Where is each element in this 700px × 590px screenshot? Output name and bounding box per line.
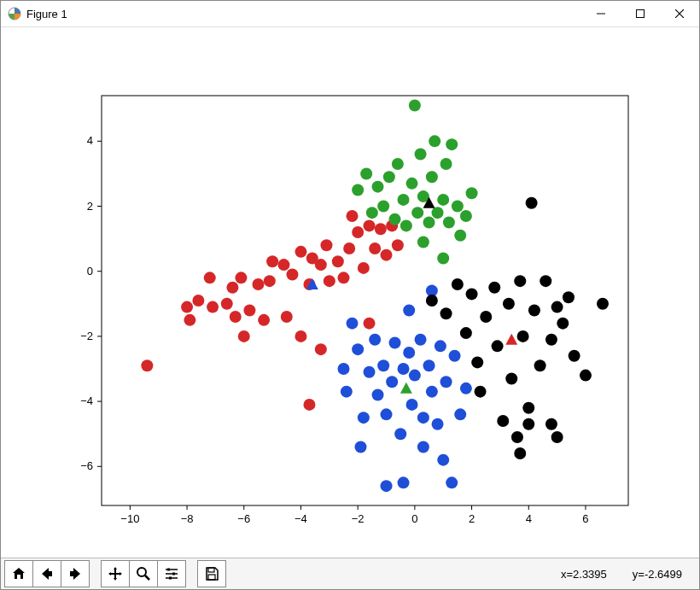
svg-point-102 — [460, 210, 472, 222]
svg-point-158 — [522, 402, 534, 414]
svg-point-74 — [392, 239, 404, 251]
svg-rect-182 — [208, 575, 215, 580]
svg-point-116 — [381, 408, 393, 420]
svg-point-93 — [426, 171, 438, 183]
svg-point-124 — [406, 399, 418, 411]
window-title: Figure 1 — [26, 8, 67, 20]
svg-rect-180 — [169, 577, 172, 580]
svg-point-61 — [324, 275, 335, 287]
svg-point-39 — [192, 295, 204, 307]
svg-point-83 — [389, 213, 401, 225]
svg-point-113 — [369, 334, 381, 346]
svg-point-38 — [184, 314, 195, 326]
svg-point-115 — [377, 359, 389, 371]
svg-point-96 — [437, 194, 449, 206]
titlebar: Figure 1 — [1, 1, 699, 27]
svg-point-54 — [286, 269, 298, 281]
svg-point-164 — [545, 418, 557, 430]
svg-point-112 — [364, 366, 376, 378]
svg-point-43 — [226, 282, 238, 294]
svg-point-139 — [403, 304, 415, 316]
svg-point-82 — [383, 171, 395, 183]
svg-point-141 — [426, 295, 438, 307]
svg-point-142 — [440, 307, 452, 319]
svg-point-98 — [443, 217, 455, 229]
svg-point-75 — [364, 318, 376, 330]
svg-point-165 — [545, 334, 557, 346]
svg-point-130 — [426, 386, 438, 398]
svg-point-92 — [423, 217, 435, 229]
svg-text:−6: −6 — [80, 459, 93, 472]
svg-point-55 — [295, 330, 306, 342]
svg-rect-178 — [172, 573, 175, 575]
svg-point-51 — [266, 255, 278, 267]
svg-text:−8: −8 — [181, 512, 194, 525]
svg-point-84 — [392, 158, 404, 170]
toolbar: x=2.3395 y=-2.6499 — [1, 558, 699, 589]
save-button[interactable] — [197, 560, 226, 587]
svg-point-40 — [204, 272, 216, 283]
svg-text:6: 6 — [582, 512, 588, 525]
svg-text:4: 4 — [526, 512, 532, 525]
svg-point-104 — [437, 252, 449, 264]
home-button[interactable] — [4, 560, 33, 587]
svg-text:−4: −4 — [295, 512, 307, 525]
svg-point-125 — [409, 370, 421, 382]
svg-point-134 — [440, 376, 452, 388]
app-icon — [8, 7, 21, 20]
minimize-button[interactable] — [581, 1, 621, 26]
svg-point-64 — [337, 272, 349, 283]
svg-text:2: 2 — [87, 200, 93, 213]
back-button[interactable] — [32, 560, 61, 587]
close-button[interactable] — [660, 1, 699, 26]
svg-point-49 — [258, 314, 270, 326]
svg-point-121 — [398, 363, 410, 375]
svg-point-94 — [429, 135, 440, 147]
svg-point-167 — [551, 431, 563, 443]
svg-point-107 — [337, 363, 349, 375]
forward-button[interactable] — [61, 560, 90, 587]
svg-point-152 — [503, 298, 515, 310]
svg-text:−4: −4 — [80, 394, 93, 407]
svg-line-174 — [145, 575, 149, 580]
scatter-plot: −10−8−6−4−20246−6−4−2024 — [1, 27, 699, 559]
svg-point-68 — [358, 262, 370, 274]
svg-point-60 — [320, 239, 332, 251]
svg-rect-2 — [637, 10, 645, 18]
svg-point-159 — [522, 418, 534, 430]
svg-point-144 — [460, 327, 472, 339]
svg-point-110 — [358, 412, 370, 424]
svg-text:0: 0 — [411, 512, 417, 525]
svg-point-166 — [551, 301, 563, 313]
maximize-button[interactable] — [621, 1, 660, 26]
plot-area[interactable]: −10−8−6−4−20246−6−4−2024 — [1, 27, 699, 558]
svg-point-117 — [381, 480, 393, 492]
svg-point-71 — [375, 223, 387, 235]
svg-text:4: 4 — [87, 134, 93, 147]
svg-point-42 — [221, 298, 233, 310]
pan-button[interactable] — [101, 560, 130, 587]
svg-point-81 — [377, 201, 389, 213]
figure-window: Figure 1 −10−8−6−4−20246−6−4−2024 — [0, 0, 700, 590]
svg-point-128 — [417, 412, 429, 424]
svg-point-171 — [580, 370, 592, 382]
svg-text:−6: −6 — [237, 512, 250, 525]
configure-button[interactable] — [157, 560, 186, 587]
svg-point-101 — [454, 230, 466, 242]
svg-point-172 — [597, 298, 609, 310]
svg-point-148 — [480, 311, 492, 323]
svg-point-143 — [452, 278, 464, 290]
zoom-button[interactable] — [129, 560, 158, 587]
svg-point-147 — [475, 386, 487, 398]
svg-point-132 — [435, 340, 446, 352]
svg-point-109 — [352, 343, 364, 355]
svg-rect-176 — [167, 569, 170, 571]
svg-point-80 — [372, 181, 384, 193]
svg-point-95 — [432, 207, 444, 219]
svg-point-163 — [540, 275, 551, 287]
svg-point-77 — [352, 184, 364, 196]
svg-point-62 — [315, 343, 327, 355]
svg-point-129 — [423, 359, 435, 371]
svg-point-37 — [181, 301, 193, 313]
svg-point-52 — [277, 259, 289, 271]
